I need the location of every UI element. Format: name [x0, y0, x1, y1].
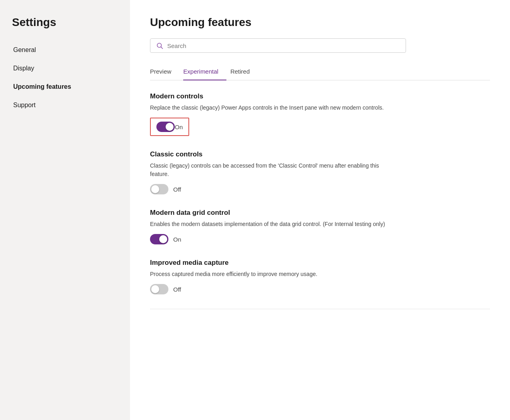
feature-classic-controls: Classic controls Classic (legacy) contro…	[150, 150, 490, 194]
feature-modern-data-grid: Modern data grid control Enables the mod…	[150, 209, 490, 244]
modern-data-grid-toggle[interactable]	[150, 234, 168, 244]
modern-data-grid-toggle-label: On	[173, 236, 181, 243]
toggle-knob	[159, 235, 167, 243]
modern-controls-toggle[interactable]	[156, 122, 175, 132]
sidebar-item-support[interactable]: Support	[0, 96, 130, 114]
feature-modern-controls: Modern controls Replace the classic (leg…	[150, 92, 490, 136]
toggle-knob	[151, 285, 159, 293]
feature-improved-media-capture: Improved media capture Process captured …	[150, 259, 490, 294]
feature-modern-controls-desc: Replace the classic (legacy) Power Apps …	[150, 104, 390, 112]
sidebar: Settings General Display Upcoming featur…	[0, 0, 130, 420]
main-content: Upcoming features Preview Experimental R…	[130, 0, 510, 420]
search-input[interactable]	[167, 42, 400, 49]
classic-controls-toggle-label: Off	[173, 186, 181, 193]
tab-preview[interactable]: Preview	[150, 64, 179, 80]
classic-controls-toggle[interactable]	[150, 184, 168, 194]
modern-controls-toggle-highlight: On	[150, 118, 189, 136]
classic-controls-toggle-row: Off	[150, 184, 490, 194]
sidebar-title: Settings	[0, 16, 130, 41]
sidebar-item-general[interactable]: General	[0, 41, 130, 59]
modern-data-grid-toggle-row: On	[150, 234, 490, 244]
sidebar-item-upcoming-features[interactable]: Upcoming features	[0, 78, 130, 96]
svg-line-1	[161, 47, 162, 48]
feature-improved-media-capture-title: Improved media capture	[150, 259, 490, 267]
search-bar	[150, 38, 406, 53]
feature-classic-controls-title: Classic controls	[150, 150, 490, 158]
feature-modern-data-grid-title: Modern data grid control	[150, 209, 490, 217]
improved-media-capture-toggle-row: Off	[150, 284, 490, 294]
feature-classic-controls-desc: Classic (legacy) controls can be accesse…	[150, 162, 390, 178]
feature-improved-media-capture-desc: Process captured media more efficiently …	[150, 270, 390, 278]
tab-retired[interactable]: Retired	[230, 64, 258, 80]
tabs: Preview Experimental Retired	[150, 64, 490, 80]
improved-media-capture-toggle-label: Off	[173, 286, 181, 293]
modern-controls-toggle-label: On	[175, 124, 183, 130]
bottom-divider	[150, 309, 490, 309]
tab-experimental[interactable]: Experimental	[183, 64, 226, 80]
toggle-knob	[166, 123, 174, 131]
search-icon	[156, 42, 163, 49]
sidebar-item-display[interactable]: Display	[0, 59, 130, 78]
improved-media-capture-toggle[interactable]	[150, 284, 168, 294]
page-title: Upcoming features	[150, 16, 490, 29]
feature-modern-data-grid-desc: Enables the modern datasets implementati…	[150, 220, 390, 228]
toggle-knob	[151, 185, 159, 193]
feature-modern-controls-title: Modern controls	[150, 92, 490, 100]
